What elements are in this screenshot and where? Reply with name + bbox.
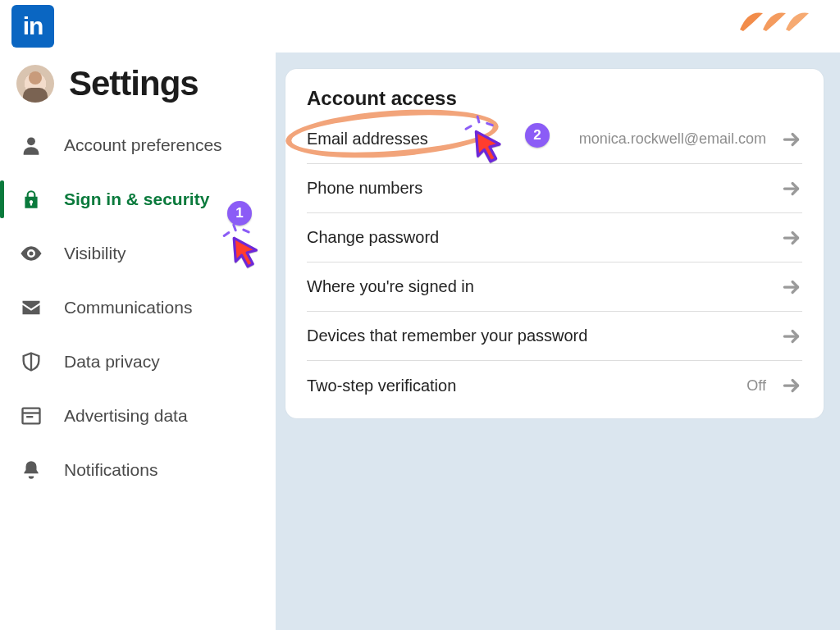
sidebar: Settings Account preferences Sign in & s… bbox=[0, 52, 276, 630]
content-area: Account access Email addresses monica.ro… bbox=[276, 52, 840, 630]
sidebar-item-label: Data privacy bbox=[64, 352, 160, 372]
person-icon bbox=[16, 134, 46, 157]
row-meta: Off bbox=[746, 377, 766, 395]
sidebar-item-label: Notifications bbox=[64, 460, 158, 480]
row-label: Two-step verification bbox=[307, 377, 456, 395]
row-email-addresses[interactable]: Email addresses monica.rockwell@email.co… bbox=[307, 115, 802, 164]
chevron-right-icon bbox=[781, 129, 802, 150]
page-title: Settings bbox=[69, 64, 199, 103]
row-devices-remember-password[interactable]: Devices that remember your password bbox=[307, 312, 802, 361]
row-label: Phone numbers bbox=[307, 179, 422, 198]
svg-point-1 bbox=[30, 252, 34, 256]
sidebar-item-notifications[interactable]: Notifications bbox=[11, 443, 276, 497]
sidebar-item-advertising-data[interactable]: Advertising data bbox=[11, 389, 276, 443]
row-label: Where you're signed in bbox=[307, 277, 474, 296]
chevron-right-icon bbox=[781, 227, 802, 249]
brand-waves-icon bbox=[738, 5, 829, 38]
sidebar-item-sign-in-security[interactable]: Sign in & security bbox=[11, 172, 276, 226]
row-phone-numbers[interactable]: Phone numbers bbox=[307, 164, 802, 213]
avatar[interactable] bbox=[16, 65, 54, 103]
header: in bbox=[0, 0, 840, 52]
account-access-card: Account access Email addresses monica.ro… bbox=[285, 69, 824, 418]
row-meta: monica.rockwell@email.com bbox=[579, 130, 766, 148]
bell-icon bbox=[16, 459, 46, 481]
row-where-signed-in[interactable]: Where you're signed in bbox=[307, 262, 802, 312]
sidebar-item-visibility[interactable]: Visibility bbox=[11, 226, 276, 281]
eye-icon bbox=[16, 241, 46, 266]
sidebar-item-label: Account preferences bbox=[64, 135, 222, 155]
sidebar-header: Settings bbox=[11, 59, 276, 118]
lock-icon bbox=[16, 189, 46, 210]
sidebar-item-label: Communications bbox=[64, 298, 192, 317]
row-label: Devices that remember your password bbox=[307, 326, 587, 345]
chevron-right-icon bbox=[781, 178, 802, 199]
row-label: Change password bbox=[307, 228, 439, 247]
chevron-right-icon bbox=[781, 326, 802, 347]
row-change-password[interactable]: Change password bbox=[307, 213, 802, 262]
shield-icon bbox=[16, 350, 46, 373]
linkedin-logo[interactable]: in bbox=[11, 5, 54, 48]
mail-icon bbox=[16, 296, 46, 319]
chevron-right-icon bbox=[781, 375, 802, 396]
row-label: Email addresses bbox=[307, 130, 428, 148]
svg-point-0 bbox=[27, 137, 35, 145]
sidebar-item-label: Visibility bbox=[64, 244, 126, 263]
sidebar-item-data-privacy[interactable]: Data privacy bbox=[11, 335, 276, 389]
section-title: Account access bbox=[307, 87, 802, 110]
sidebar-item-label: Sign in & security bbox=[64, 189, 209, 209]
sidebar-item-label: Advertising data bbox=[64, 406, 188, 426]
row-two-step-verification[interactable]: Two-step verification Off bbox=[307, 361, 802, 410]
sidebar-item-account-preferences[interactable]: Account preferences bbox=[11, 118, 276, 172]
sidebar-item-communications[interactable]: Communications bbox=[11, 281, 276, 335]
ad-icon bbox=[16, 404, 46, 427]
chevron-right-icon bbox=[781, 276, 802, 298]
